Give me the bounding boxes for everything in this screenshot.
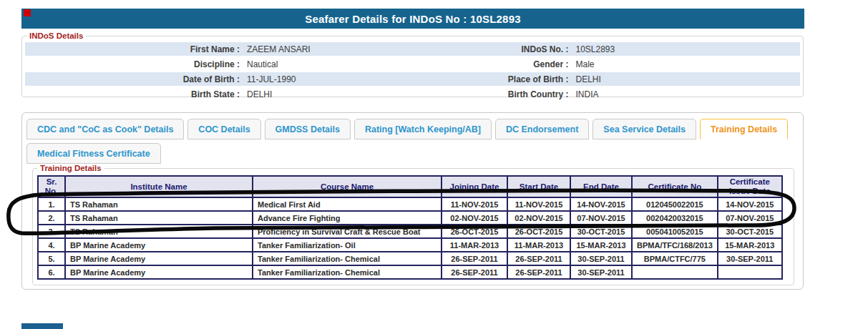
indos-details-section: INDoS Details First Name : ZAEEM ANSARI … xyxy=(21,31,804,97)
indos-no-label: INDoS No. : xyxy=(413,44,569,54)
field-discipline: Discipline : Nautical xyxy=(25,59,413,69)
field-date-of-birth: Date of Birth : 11-JUL-1990 xyxy=(25,74,413,84)
cell-sr-no: 4. xyxy=(38,238,65,252)
field-indos-no: INDoS No. : 10SL2893 xyxy=(413,44,801,54)
indos-details-legend: INDoS Details xyxy=(26,31,86,40)
cell-certificate-no: 0020420032015 xyxy=(632,211,718,225)
table-row: 6. BP Marine Academy Tanker Familiarizat… xyxy=(38,265,782,279)
cell-course: Tanker Familiarization- Chemical xyxy=(253,252,442,265)
field-birth-country: Birth Country : INDIA xyxy=(413,89,801,99)
cell-institute: BP Marine Academy xyxy=(65,265,253,279)
cell-joining-date: 26-OCT-2015 xyxy=(442,225,507,238)
cell-joining-date: 26-SEP-2011 xyxy=(442,265,507,279)
cell-start-date: 11-NOV-2015 xyxy=(507,197,570,211)
cell-certificate-no xyxy=(632,265,718,279)
cell-end-date: 30-SEP-2011 xyxy=(570,252,632,265)
column-header-certificate-no: Certificate No xyxy=(632,176,718,197)
cell-end-date: 07-NOV-2015 xyxy=(570,211,632,225)
cell-course: Medical First Aid xyxy=(253,197,442,211)
cell-certificate-issue-date xyxy=(718,265,782,279)
seafarer-details-page: Seafarer Details for INDoS No : 10SL2893… xyxy=(0,0,868,329)
field-birth-state: Birth State : DELHI xyxy=(25,89,413,99)
cell-joining-date: 11-MAR-2013 xyxy=(442,238,507,252)
date-of-birth-value: 11-JUL-1990 xyxy=(247,74,296,84)
cell-institute: TS Rahaman xyxy=(65,225,253,238)
tab-rating-watch-keeping-ab[interactable]: Rating [Watch Keeping/AB] xyxy=(354,119,492,139)
table-row: 2. TS Rahaman Advance Fire Fighting 02-N… xyxy=(38,211,782,225)
cell-institute: TS Rahaman xyxy=(65,197,253,211)
birth-state-value: DELHI xyxy=(247,89,272,99)
cell-institute: BP Marine Academy xyxy=(65,252,253,265)
first-name-label: First Name : xyxy=(25,44,240,54)
tab-dc-endorsement[interactable]: DC Endorsement xyxy=(495,119,589,139)
cell-institute: TS Rahaman xyxy=(65,211,253,225)
column-header-course-name: Course Name xyxy=(253,176,442,197)
table-header-row: Sr. No. Institute Name Course Name Joini… xyxy=(38,176,782,197)
cell-course: Tanker Familiarization- Chemical xyxy=(253,265,442,279)
tab-gmdss-details[interactable]: GMDSS Details xyxy=(265,119,351,139)
tab-panel: CDC and "CoC as Cook" Details COC Detail… xyxy=(21,112,804,290)
table-row: 3. TS Rahaman Proficiency in Survival Cr… xyxy=(38,225,782,238)
place-of-birth-label: Place of Birth : xyxy=(413,74,569,84)
training-details-section: Training Details Sr. No. Institute Name … xyxy=(32,164,794,285)
gender-label: Gender : xyxy=(413,59,569,69)
tab-coc-details[interactable]: COC Details xyxy=(187,119,260,139)
broken-image-icon xyxy=(24,9,31,16)
table-row: 5. BP Marine Academy Tanker Familiarizat… xyxy=(38,252,782,265)
column-header-joining-date: Joining Date xyxy=(442,176,507,197)
table-row: 4. BP Marine Academy Tanker Familiarizat… xyxy=(38,238,782,252)
cell-sr-no: 6. xyxy=(38,265,65,279)
cell-end-date: 15-MAR-2013 xyxy=(570,238,632,252)
indos-no-value: 10SL2893 xyxy=(576,44,615,54)
column-header-end-date: End Date xyxy=(570,176,632,197)
training-table: Sr. No. Institute Name Course Name Joini… xyxy=(37,175,783,280)
gender-value: Male xyxy=(576,59,595,69)
table-row: 1. TS Rahaman Medical First Aid 11-NOV-2… xyxy=(38,197,782,211)
cell-sr-no: 1. xyxy=(38,197,65,211)
field-first-name: First Name : ZAEEM ANSARI xyxy=(25,44,413,54)
field-gender: Gender : Male xyxy=(413,59,801,69)
cell-certificate-issue-date: 14-NOV-2015 xyxy=(718,197,782,211)
cell-sr-no: 2. xyxy=(38,211,65,225)
cell-certificate-issue-date: 07-NOV-2015 xyxy=(718,211,782,225)
detail-row-birth-state-country: Birth State : DELHI Birth Country : INDI… xyxy=(25,87,800,101)
cell-sr-no: 5. xyxy=(38,252,65,265)
field-place-of-birth: Place of Birth : DELHI xyxy=(413,74,801,84)
cell-course: Tanker Familiarization- Oil xyxy=(253,238,442,252)
cell-joining-date: 02-NOV-2015 xyxy=(442,211,507,225)
cell-start-date: 26-SEP-2011 xyxy=(507,252,570,265)
cell-certificate-no: BPMA/CTFC/775 xyxy=(632,252,718,265)
cell-institute: BP Marine Academy xyxy=(65,238,253,252)
footer-strip xyxy=(21,323,63,329)
tab-sea-service-details[interactable]: Sea Service Details xyxy=(593,119,696,139)
discipline-value: Nautical xyxy=(247,59,278,69)
cell-start-date: 26-SEP-2011 xyxy=(507,265,570,279)
detail-row-dob-place-of-birth: Date of Birth : 11-JUL-1990 Place of Bir… xyxy=(25,72,800,86)
cell-start-date: 11-MAR-2013 xyxy=(507,238,570,252)
tab-bar: CDC and "CoC as Cook" Details COC Detail… xyxy=(22,113,803,164)
cell-end-date: 30-OCT-2015 xyxy=(570,225,632,238)
cell-end-date: 14-NOV-2015 xyxy=(570,197,632,211)
birth-country-label: Birth Country : xyxy=(413,89,569,99)
column-header-certificate-issue-date: Certificate Issue Date xyxy=(718,176,782,197)
cell-sr-no: 3. xyxy=(38,225,65,238)
training-details-legend: Training Details xyxy=(37,164,104,172)
detail-row-first-name-indos-no: First Name : ZAEEM ANSARI INDoS No. : 10… xyxy=(25,42,800,56)
cell-course: Proficiency in Survival Craft & Rescue B… xyxy=(253,225,442,238)
cell-start-date: 26-OCT-2015 xyxy=(507,225,570,238)
cell-certificate-no: BPMA/TFC/168/2013 xyxy=(632,238,718,252)
cell-joining-date: 26-SEP-2011 xyxy=(442,252,507,265)
column-header-institute-name: Institute Name xyxy=(65,176,253,197)
place-of-birth-value: DELHI xyxy=(576,74,601,84)
cell-certificate-issue-date: 30-OCT-2015 xyxy=(718,225,782,238)
page-title: Seafarer Details for INDoS No : 10SL2893 xyxy=(305,13,520,25)
tab-training-details[interactable]: Training Details xyxy=(700,119,788,139)
birth-country-value: INDIA xyxy=(576,89,599,99)
tab-cdc-and-coc-as-cook-details[interactable]: CDC and "CoC as Cook" Details xyxy=(26,119,184,139)
page-header: Seafarer Details for INDoS No : 10SL2893 xyxy=(21,9,804,29)
cell-certificate-issue-date: 30-SEP-2011 xyxy=(718,252,782,265)
tab-medical-fitness-certificate[interactable]: Medical Fitness Certificate xyxy=(26,143,161,164)
cell-certificate-no: 0050410052015 xyxy=(632,225,718,238)
cell-start-date: 02-NOV-2015 xyxy=(507,211,570,225)
discipline-label: Discipline : xyxy=(25,59,240,69)
